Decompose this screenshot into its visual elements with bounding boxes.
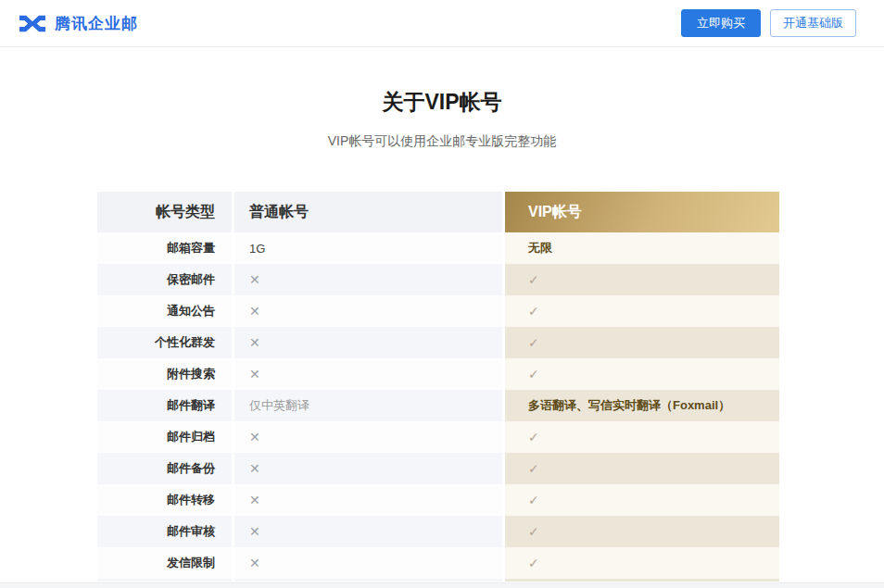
- feature-label: 邮件审核: [97, 516, 232, 547]
- buy-now-button[interactable]: 立即购买: [681, 9, 761, 37]
- normal-cross-mark: ✕: [234, 484, 502, 516]
- normal-cross-mark: ✕: [234, 421, 502, 453]
- feature-label: 发信限制: [97, 547, 232, 579]
- feature-label: 个性化群发: [97, 327, 232, 358]
- vip-value: 多语翻译、写信实时翻译（Foxmail）: [505, 390, 779, 421]
- table-row: 保密邮件✕✓: [97, 264, 779, 295]
- page-subtitle: VIP帐号可以使用企业邮专业版完整功能: [0, 131, 884, 150]
- table-row: 邮件翻译仅中英翻译多语翻译、写信实时翻译（Foxmail）: [97, 390, 779, 421]
- table-row: 邮件审核✕✓: [97, 516, 779, 547]
- vip-check-mark: ✓: [505, 264, 779, 295]
- table-row: 邮件备份✕✓: [97, 453, 779, 484]
- vip-check-mark: ✓: [505, 358, 779, 390]
- hero-section: 关于VIP帐号 VIP帐号可以使用企业邮专业版完整功能: [0, 47, 884, 150]
- table-row: 发信限制✕✓: [97, 547, 779, 579]
- table-header-row: 帐号类型 普通帐号 VIP帐号: [97, 192, 779, 232]
- table-row: 邮件归档✕✓: [97, 421, 779, 453]
- page-title: 关于VIP帐号: [0, 86, 884, 118]
- header-normal-account: 普通帐号: [234, 192, 502, 232]
- bottom-strip: [0, 582, 884, 588]
- normal-cross-mark: ✕: [234, 264, 502, 295]
- vip-check-mark: ✓: [505, 547, 779, 579]
- header-account-type: 帐号类型: [97, 192, 232, 232]
- normal-cross-mark: ✕: [234, 516, 502, 547]
- logo-text: 腾讯企业邮: [55, 13, 138, 34]
- feature-label: 邮箱容量: [97, 232, 232, 264]
- vip-check-mark: ✓: [505, 453, 779, 484]
- table-row: 个性化群发✕✓: [97, 327, 779, 358]
- vip-check-mark: ✓: [505, 421, 779, 453]
- comparison-table: 帐号类型 普通帐号 VIP帐号 邮箱容量1G无限保密邮件✕✓通知公告✕✓个性化群…: [97, 192, 779, 582]
- feature-label: 保密邮件: [97, 264, 232, 295]
- header-vip-account: VIP帐号: [505, 192, 779, 232]
- feature-label: 邮件备份: [97, 453, 232, 484]
- table-row: 通知公告✕✓: [97, 295, 779, 327]
- vip-check-mark: ✓: [505, 484, 779, 516]
- feature-label: 邮件转移: [97, 484, 232, 516]
- top-bar: 腾讯企业邮 立即购买 开通基础版: [0, 0, 884, 47]
- normal-cross-mark: ✕: [234, 547, 502, 579]
- normal-cross-mark: ✕: [234, 327, 502, 358]
- feature-label: 通知公告: [97, 295, 232, 327]
- table-row: 邮件转移✕✓: [97, 484, 779, 516]
- feature-label: 附件搜索: [97, 358, 232, 390]
- feature-label: 邮件归档: [97, 421, 232, 453]
- table-body: 邮箱容量1G无限保密邮件✕✓通知公告✕✓个性化群发✕✓附件搜索✕✓邮件翻译仅中英…: [97, 232, 779, 579]
- normal-cross-mark: ✕: [234, 453, 502, 484]
- feature-label: 邮件翻译: [97, 390, 232, 421]
- table-row: 附件搜索✕✓: [97, 358, 779, 390]
- vip-value: 无限: [505, 232, 779, 264]
- normal-value: 1G: [234, 232, 502, 264]
- normal-value: 仅中英翻译: [234, 390, 502, 421]
- table-row: 邮箱容量1G无限: [97, 232, 779, 264]
- tencent-exmail-logo-icon: [19, 14, 46, 33]
- table-row-partial: [97, 579, 779, 582]
- vip-check-mark: ✓: [505, 516, 779, 547]
- open-basic-button[interactable]: 开通基础版: [770, 9, 856, 37]
- header-actions: 立即购买 开通基础版: [681, 9, 856, 37]
- logo[interactable]: 腾讯企业邮: [19, 13, 138, 34]
- normal-cross-mark: ✕: [234, 358, 502, 390]
- vip-check-mark: ✓: [505, 295, 779, 327]
- normal-cross-mark: ✕: [234, 295, 502, 327]
- vip-check-mark: ✓: [505, 327, 779, 358]
